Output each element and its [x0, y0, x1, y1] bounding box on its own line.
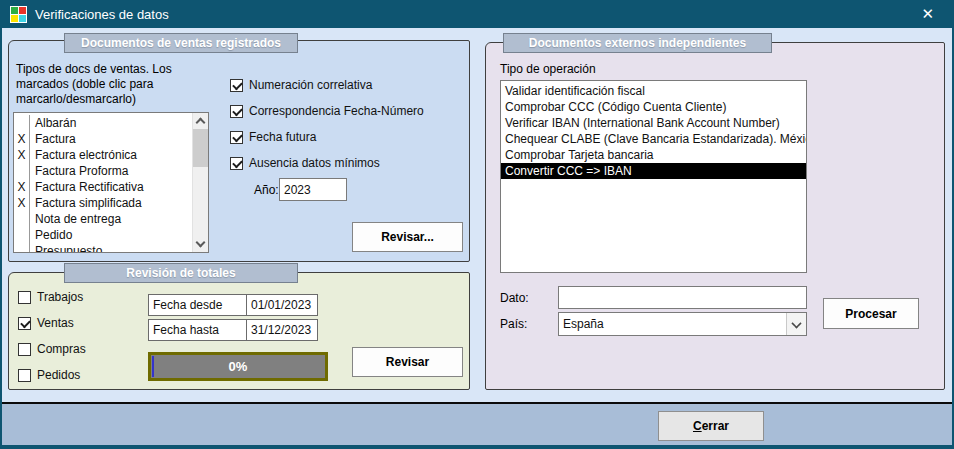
list-item[interactable]: Validar identificación fiscal: [501, 83, 806, 99]
list-item[interactable]: XFactura: [14, 131, 208, 147]
dialog-window: Verificaciones de datos ✕ Documentos de …: [0, 0, 954, 449]
sales-docs-group-title: Documentos de ventas registrados: [64, 33, 298, 53]
list-item[interactable]: XFactura Rectificativa: [14, 179, 208, 195]
checkbox-icon[interactable]: [18, 291, 31, 304]
process-button[interactable]: Procesar: [823, 298, 919, 329]
year-label: Año:: [254, 183, 279, 197]
checkbox-numeracion-correlativa[interactable]: Numeración correlativa: [230, 78, 372, 92]
checkbox-icon[interactable]: [230, 105, 243, 118]
checkbox-compras[interactable]: Compras: [18, 342, 86, 356]
operation-type-label: Tipo de operación: [500, 62, 596, 76]
review-totals-button[interactable]: Revisar: [352, 347, 463, 377]
data-label: Dato:: [500, 291, 529, 305]
operation-type-listbox[interactable]: Validar identificación fiscal Comprobar …: [500, 80, 807, 273]
list-item[interactable]: Verificar IBAN (International Bank Accou…: [501, 115, 806, 131]
country-label: País:: [500, 317, 527, 331]
dialog-body: Documentos de ventas registrados Tipos d…: [2, 28, 952, 445]
scroll-up-icon[interactable]: [196, 118, 206, 128]
date-from-label: Fecha desde: [149, 295, 247, 315]
date-from-value[interactable]: 01/01/2023: [247, 298, 311, 312]
year-input[interactable]: 2023: [279, 178, 347, 201]
scroll-down-icon[interactable]: [196, 238, 206, 248]
sales-docs-instructions: Tipos de docs de ventas. Los marcados (d…: [16, 62, 216, 107]
list-item[interactable]: XFactura simplificada: [14, 195, 208, 211]
progress-indicator: [152, 356, 154, 377]
country-selected-value: España: [559, 317, 786, 331]
external-group-title: Documentos externos independientes: [503, 33, 772, 53]
date-from-field[interactable]: Fecha desde 01/01/2023: [148, 294, 318, 316]
checkbox-icon[interactable]: [18, 343, 31, 356]
date-to-field[interactable]: Fecha hasta 31/12/2023: [148, 319, 318, 341]
list-item[interactable]: Comprobar CCC (Código Cuenta Cliente): [501, 99, 806, 115]
list-item[interactable]: Nota de entrega: [14, 211, 208, 227]
sales-doc-types-listbox[interactable]: Albarán XFactura XFactura electrónica Fa…: [13, 112, 209, 253]
close-icon[interactable]: ✕: [921, 4, 934, 24]
list-item[interactable]: Albarán: [14, 115, 208, 131]
list-item[interactable]: Chequear CLABE (Clave Bancaria Estandari…: [501, 131, 806, 147]
checkbox-correspondencia-fecha-numero[interactable]: Correspondencia Fecha-Número: [230, 104, 424, 118]
checkbox-icon[interactable]: [230, 131, 243, 144]
checkbox-icon[interactable]: [230, 79, 243, 92]
list-item[interactable]: Factura Proforma: [14, 163, 208, 179]
footer-bar: Cerrar: [2, 402, 952, 445]
title-bar: Verificaciones de datos ✕: [2, 0, 952, 28]
scroll-thumb[interactable]: [193, 129, 208, 167]
checkbox-icon[interactable]: [18, 369, 31, 382]
progress-percent: 0%: [229, 359, 248, 374]
list-item[interactable]: Presupuesto: [14, 243, 208, 253]
date-to-value[interactable]: 31/12/2023: [247, 323, 311, 337]
chevron-down-icon[interactable]: [786, 313, 806, 335]
list-item[interactable]: Comprobar Tarjeta bancaria: [501, 147, 806, 163]
list-item[interactable]: Pedido: [14, 227, 208, 243]
window-title: Verificaciones de datos: [35, 7, 169, 22]
checkbox-pedidos[interactable]: Pedidos: [18, 368, 80, 382]
checkbox-ausencia-datos-minimos[interactable]: Ausencia datos mínimos: [230, 156, 380, 170]
checkbox-icon[interactable]: [230, 157, 243, 170]
checkbox-ventas[interactable]: Ventas: [18, 316, 74, 330]
vertical-scrollbar[interactable]: [192, 113, 208, 252]
totals-group-title: Revisión de totales: [64, 263, 298, 283]
checkbox-trabajos[interactable]: Trabajos: [18, 290, 83, 304]
country-select[interactable]: España: [558, 312, 807, 336]
date-to-label: Fecha hasta: [149, 320, 247, 340]
app-icon: [10, 6, 27, 23]
list-item-selected[interactable]: Convertir CCC => IBAN: [501, 163, 806, 179]
data-input[interactable]: [558, 286, 807, 309]
checkbox-icon[interactable]: [18, 317, 31, 330]
list-item[interactable]: XFactura electrónica: [14, 147, 208, 163]
review-sales-button[interactable]: Revisar...: [352, 222, 463, 252]
checkbox-fecha-futura[interactable]: Fecha futura: [230, 130, 316, 144]
close-dialog-button[interactable]: Cerrar: [658, 411, 764, 441]
progress-bar: 0%: [148, 352, 328, 381]
